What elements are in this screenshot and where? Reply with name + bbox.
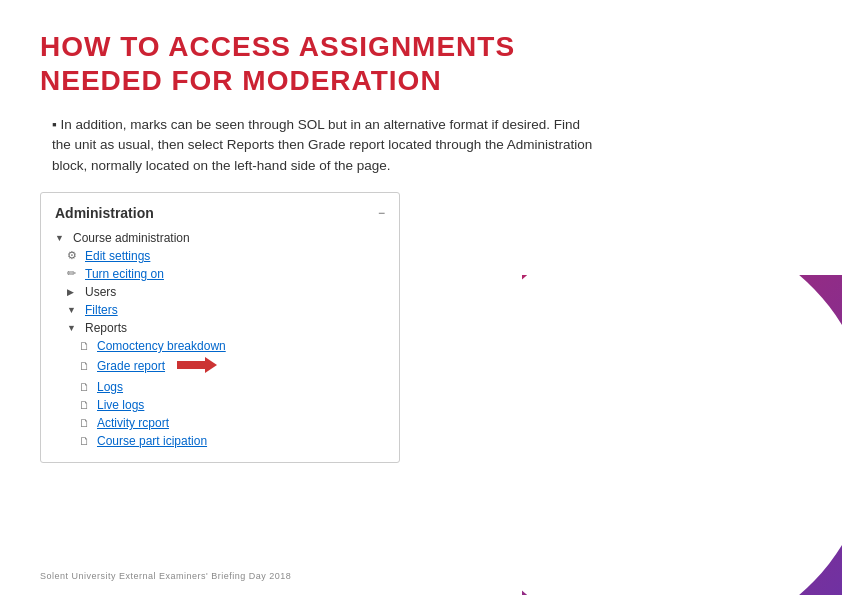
menu-label-users: Users <box>85 285 116 299</box>
page-title: HOW TO ACCESS ASSIGNMENTS NEEDED FOR MOD… <box>40 30 802 97</box>
screenshot-panel: Administration − ▼Course administration⚙… <box>40 192 400 463</box>
decorative-shape <box>522 275 842 595</box>
screenshot-header: Administration − <box>55 205 385 221</box>
menu-item-activity-report[interactable]: 🗋Activity rcport <box>55 414 385 432</box>
footer-text: Solent University External Examiners' Br… <box>40 571 291 581</box>
grade-report-arrow <box>177 357 217 376</box>
menu-icon-competency: 🗋 <box>79 340 93 352</box>
title-line2: NEEDED FOR MODERATION <box>40 64 802 98</box>
menu-item-live-logs[interactable]: 🗋Live logs <box>55 396 385 414</box>
menu-icon-turn-editing: ✏ <box>67 267 81 280</box>
menu-label-course-admin: Course administration <box>73 231 190 245</box>
menu-icon-reports: ▼ <box>67 323 81 333</box>
menu-icon-logs: 🗋 <box>79 381 93 393</box>
menu-icon-course-participation: 🗋 <box>79 435 93 447</box>
title-line1: HOW TO ACCESS ASSIGNMENTS <box>40 30 802 64</box>
menu-item-course-admin: ▼Course administration <box>55 229 385 247</box>
menu-icon-live-logs: 🗋 <box>79 399 93 411</box>
menu-item-turn-editing[interactable]: ✏Turn eciting on <box>55 265 385 283</box>
menu-label-activity-report[interactable]: Activity rcport <box>97 416 169 430</box>
menu-label-competency[interactable]: Comoctency breakdown <box>97 339 226 353</box>
menu-icon-users: ▶ <box>67 287 81 297</box>
menu-icon-course-admin: ▼ <box>55 233 69 243</box>
menu-item-logs[interactable]: 🗋Logs <box>55 378 385 396</box>
menu-label-turn-editing[interactable]: Turn eciting on <box>85 267 164 281</box>
menu-label-logs[interactable]: Logs <box>97 380 123 394</box>
menu-icon-filters: ▼ <box>67 305 81 315</box>
menu-container: ▼Course administration⚙Edit settings✏Tur… <box>55 229 385 450</box>
menu-item-competency[interactable]: 🗋Comoctency breakdown <box>55 337 385 355</box>
screenshot-header-title: Administration <box>55 205 154 221</box>
menu-label-live-logs[interactable]: Live logs <box>97 398 144 412</box>
body-text: In addition, marks can be seen through S… <box>40 115 600 176</box>
menu-label-grade-report[interactable]: Grade report <box>97 359 165 373</box>
menu-item-edit-settings[interactable]: ⚙Edit settings <box>55 247 385 265</box>
menu-label-filters[interactable]: Filters <box>85 303 118 317</box>
menu-label-course-participation[interactable]: Course part icipation <box>97 434 207 448</box>
collapse-button[interactable]: − <box>378 206 385 220</box>
menu-icon-grade-report: 🗋 <box>79 360 93 372</box>
page: HOW TO ACCESS ASSIGNMENTS NEEDED FOR MOD… <box>0 0 842 595</box>
menu-item-reports: ▼Reports <box>55 319 385 337</box>
menu-item-filters[interactable]: ▼Filters <box>55 301 385 319</box>
menu-icon-activity-report: 🗋 <box>79 417 93 429</box>
menu-label-edit-settings[interactable]: Edit settings <box>85 249 150 263</box>
menu-item-grade-report[interactable]: 🗋Grade report <box>55 355 385 378</box>
svg-marker-0 <box>177 357 217 373</box>
menu-icon-edit-settings: ⚙ <box>67 249 81 262</box>
menu-item-users: ▶Users <box>55 283 385 301</box>
menu-label-reports: Reports <box>85 321 127 335</box>
menu-item-course-participation[interactable]: 🗋Course part icipation <box>55 432 385 450</box>
